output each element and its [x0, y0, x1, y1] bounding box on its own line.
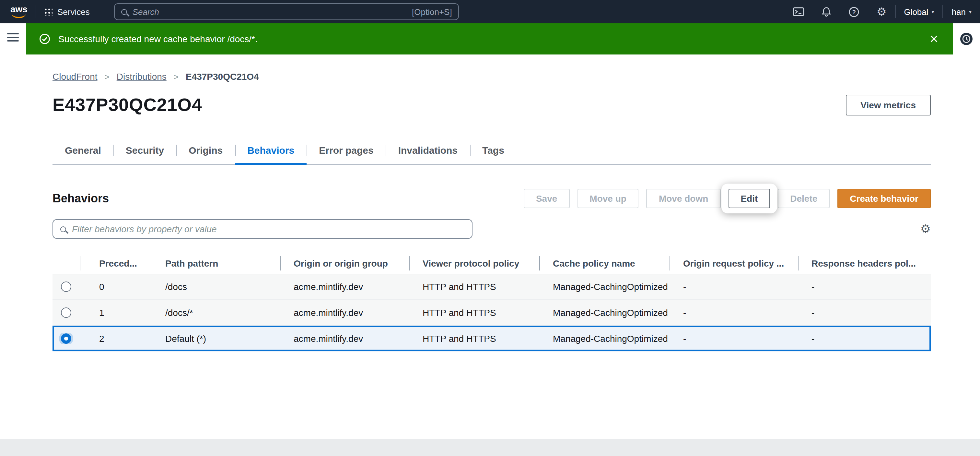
column-header-origin: Origin or origin group	[280, 253, 409, 274]
svg-text:?: ?	[852, 8, 856, 15]
cell-cache-policy: Managed-CachingOptimized	[539, 282, 670, 292]
view-metrics-button[interactable]: View metrics	[845, 95, 931, 115]
column-header-origin-request-policy: Origin request policy ...	[670, 253, 798, 274]
topbar-right-cluster: ? ⚙ Global ▾ han ▾	[784, 0, 980, 23]
table-body: 0 /docs acme.mintlify.dev HTTP and HTTPS…	[52, 274, 931, 352]
cell-viewer-policy: HTTP and HTTPS	[409, 307, 539, 317]
region-selector[interactable]: Global ▾	[896, 0, 942, 23]
cell-path-pattern: Default (*)	[152, 333, 280, 343]
create-behavior-button[interactable]: Create behavior	[837, 189, 931, 208]
services-label: Services	[57, 7, 90, 16]
notifications-button[interactable]	[813, 0, 840, 23]
page-title: E437P30QC21O4	[52, 95, 202, 115]
page-header: E437P30QC21O4 View metrics	[52, 93, 931, 117]
cell-precedence: 1	[80, 307, 152, 317]
cell-origin: acme.mintlify.dev	[280, 307, 409, 317]
region-label: Global	[904, 7, 928, 16]
user-menu[interactable]: han ▾	[943, 0, 980, 23]
app-window: aws Services Search [Option+S] ? ⚙	[0, 0, 980, 456]
column-header-viewer-protocol: Viewer protocol policy	[409, 253, 539, 274]
cell-origin-request-policy: -	[670, 333, 798, 343]
table-row-selected: 2 Default (*) acme.mintlify.dev HTTP and…	[52, 325, 931, 352]
breadcrumb-current: E437P30QC21O4	[186, 71, 259, 82]
cell-response-headers-policy: -	[798, 307, 931, 317]
side-nav-rail	[0, 23, 26, 54]
cell-response-headers-policy: -	[798, 282, 931, 292]
cloudshell-button[interactable]	[784, 0, 813, 23]
clock-icon[interactable]	[959, 32, 974, 46]
save-button[interactable]: Save	[524, 189, 570, 208]
breadcrumb-distributions-link[interactable]: Distributions	[117, 71, 167, 82]
behaviors-table: Preced... Path pattern Origin or origin …	[52, 253, 931, 352]
panel-title: Behaviors	[52, 192, 109, 205]
table-row: 0 /docs acme.mintlify.dev HTTP and HTTPS…	[52, 274, 931, 300]
table-preferences-button[interactable]: ⚙	[920, 223, 931, 235]
cell-origin: acme.mintlify.dev	[280, 333, 409, 343]
breadcrumb-separator: >	[105, 72, 110, 81]
tab-security[interactable]: Security	[113, 136, 176, 164]
tab-general[interactable]: General	[52, 136, 113, 164]
column-header-path-pattern: Path pattern	[152, 253, 280, 274]
row-radio-selected[interactable]	[61, 333, 71, 343]
column-header-response-headers-policy: Response headers pol...	[798, 253, 931, 274]
user-label: han	[952, 7, 966, 16]
column-header-precedence: Preced...	[80, 253, 152, 274]
help-button[interactable]: ?	[840, 0, 868, 23]
top-navigation-bar: aws Services Search [Option+S] ? ⚙	[0, 0, 980, 23]
edit-button[interactable]: Edit	[728, 189, 770, 208]
services-grid-icon	[45, 8, 53, 16]
breadcrumb-separator: >	[174, 72, 178, 81]
cloudshell-icon	[793, 7, 805, 16]
cell-cache-policy: Managed-CachingOptimized	[539, 333, 670, 343]
success-flashbar: Successfully created new cache behavior …	[26, 23, 953, 54]
breadcrumb-cloudfront-link[interactable]: CloudFront	[52, 71, 97, 82]
cell-viewer-policy: HTTP and HTTPS	[409, 282, 539, 292]
search-placeholder: Search	[132, 7, 159, 16]
cell-origin-request-policy: -	[670, 282, 798, 292]
cell-path-pattern: /docs/*	[152, 307, 280, 317]
tab-origins[interactable]: Origins	[176, 136, 235, 164]
row-radio[interactable]	[61, 307, 71, 317]
bell-icon	[821, 6, 832, 17]
delete-button[interactable]: Delete	[778, 189, 830, 208]
tab-behaviors[interactable]: Behaviors	[235, 136, 307, 164]
global-search-input[interactable]: Search [Option+S]	[115, 3, 459, 20]
aws-logo[interactable]: aws	[10, 5, 27, 18]
search-icon	[121, 9, 127, 14]
search-shortcut-hint: [Option+S]	[412, 7, 452, 16]
cell-viewer-policy: HTTP and HTTPS	[409, 333, 539, 343]
filter-input-container	[52, 219, 473, 239]
column-header-cache-policy: Cache policy name	[539, 253, 670, 274]
services-menu-button[interactable]: Services	[37, 0, 97, 23]
gear-icon: ⚙	[877, 6, 887, 17]
edit-button-highlight: Edit	[728, 189, 770, 208]
tab-error-pages[interactable]: Error pages	[307, 136, 386, 164]
selection-column-header	[52, 253, 80, 274]
close-icon	[929, 34, 939, 43]
hamburger-icon	[7, 33, 19, 34]
cell-precedence: 2	[80, 333, 152, 343]
row-radio[interactable]	[61, 282, 71, 292]
cell-response-headers-policy: -	[798, 333, 931, 343]
cell-origin: acme.mintlify.dev	[280, 282, 409, 292]
cell-precedence: 0	[80, 282, 152, 292]
flash-message: Successfully created new cache behavior …	[58, 34, 258, 44]
page-bottom-background	[0, 439, 980, 456]
right-rail	[953, 23, 980, 54]
main-content: CloudFront > Distributions > E437P30QC21…	[0, 54, 980, 439]
tab-tags[interactable]: Tags	[470, 136, 517, 164]
side-nav-toggle[interactable]	[7, 33, 19, 41]
chevron-down-icon: ▾	[969, 9, 972, 14]
cell-path-pattern: /docs	[152, 282, 280, 292]
table-row: 1 /docs/* acme.mintlify.dev HTTP and HTT…	[52, 300, 931, 325]
flash-dismiss-button[interactable]	[929, 34, 939, 43]
panel-actions: Save Move up Move down Edit Delete Creat…	[524, 189, 931, 208]
move-down-button[interactable]: Move down	[646, 189, 721, 208]
table-header-row: Preced... Path pattern Origin or origin …	[52, 253, 931, 274]
search-icon	[60, 226, 66, 232]
tab-invalidations[interactable]: Invalidations	[386, 136, 470, 164]
settings-button[interactable]: ⚙	[868, 0, 895, 23]
filter-behaviors-input[interactable]	[72, 224, 465, 234]
move-up-button[interactable]: Move up	[577, 189, 639, 208]
filter-row: ⚙	[52, 219, 931, 239]
